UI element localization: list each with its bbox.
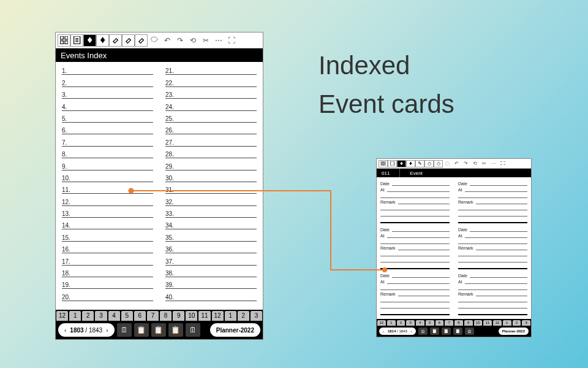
scissors-icon[interactable]: ✂ [480, 160, 489, 167]
index-row[interactable]: 11. [62, 182, 153, 194]
index-row[interactable]: 21. [165, 63, 257, 75]
more-icon[interactable]: ⋯ [489, 160, 498, 167]
fullscreen-icon[interactable]: ⛶ [225, 34, 238, 47]
index-row[interactable]: 37. [165, 253, 257, 265]
index-row[interactable]: 10. [62, 171, 153, 182]
index-row[interactable]: 19. [62, 277, 153, 289]
month-chip[interactable]: 4 [108, 311, 120, 321]
month-chip[interactable]: 3 [406, 320, 415, 326]
lasso-icon[interactable]: ◌ [443, 160, 452, 167]
month-chip[interactable]: 1 [225, 311, 236, 321]
index-row[interactable]: 22. [165, 75, 257, 86]
month-chip[interactable]: 4 [416, 320, 424, 326]
index-row[interactable]: 3. [62, 87, 153, 99]
index-row[interactable]: 5. [62, 111, 153, 123]
month-chip[interactable]: 7 [147, 311, 159, 321]
month-chip[interactable]: 1 [69, 311, 81, 321]
month-chip[interactable]: 3 [251, 311, 262, 321]
index-row[interactable]: 12. [62, 194, 153, 205]
index-row[interactable]: 8. [62, 147, 153, 158]
index-row[interactable]: 2. [62, 75, 153, 86]
page-icon[interactable] [70, 34, 83, 47]
month-chip[interactable]: 10 [186, 311, 197, 321]
index-row[interactable]: 9. [62, 158, 153, 170]
pen-icon[interactable] [406, 160, 415, 167]
index-row[interactable]: 38. [165, 266, 257, 277]
month-chip[interactable]: 6 [134, 311, 146, 321]
calendar-icon[interactable]: 🗓 [117, 323, 132, 337]
index-row[interactable]: 18. [62, 266, 153, 277]
month-chip[interactable]: 12 [493, 320, 502, 326]
lasso-icon[interactable] [148, 34, 160, 47]
pen-icon[interactable] [96, 34, 109, 47]
index-row[interactable]: 25. [165, 111, 257, 123]
month-chip[interactable]: 5 [426, 320, 434, 326]
next-icon[interactable]: › [411, 329, 412, 333]
index-row[interactable]: 23. [165, 87, 257, 99]
back-icon[interactable]: ⟲ [186, 34, 199, 47]
month-chip[interactable]: 2 [397, 320, 405, 326]
eraser-icon[interactable] [122, 34, 135, 47]
month-chip[interactable]: 12 [377, 320, 386, 326]
index-row[interactable]: 4. [62, 99, 153, 110]
index-row[interactable]: 17. [62, 253, 153, 265]
undo-icon[interactable]: ↶ [452, 160, 461, 167]
back-icon[interactable]: ⟲ [470, 160, 480, 167]
index-row[interactable]: 31. [165, 182, 257, 194]
month-chip[interactable]: 8 [454, 320, 463, 326]
eraser2-icon[interactable] [135, 34, 148, 47]
month-chip[interactable]: 12 [212, 311, 224, 321]
highlighter-icon[interactable] [109, 34, 122, 47]
month-chip[interactable]: 1 [503, 320, 511, 326]
undo-icon[interactable]: ↶ [160, 34, 173, 47]
month-chip[interactable]: 10 [474, 320, 483, 326]
clipboard2-icon[interactable]: 📋 [442, 328, 451, 335]
pager[interactable]: ‹ 1803 / 1843 › [58, 323, 115, 337]
month-chip[interactable]: 9 [173, 311, 184, 321]
month-chip[interactable]: 2 [238, 311, 249, 321]
index-row[interactable]: 39. [165, 277, 257, 289]
eraser2-icon[interactable]: ◇ [434, 160, 443, 167]
fullscreen-icon[interactable]: ⛶ [498, 160, 507, 167]
index-row[interactable]: 36. [165, 242, 257, 253]
clipboard3-icon[interactable]: 📋 [453, 328, 462, 335]
index-row[interactable]: 29. [165, 158, 257, 170]
month-chip[interactable]: 11 [198, 311, 210, 321]
index-row[interactable]: 6. [62, 123, 153, 134]
index-row[interactable]: 7. [62, 134, 153, 146]
next-icon[interactable]: › [106, 327, 108, 334]
more-icon[interactable]: ⋯ [212, 34, 225, 47]
planner-chip[interactable]: Planner-2022 [210, 323, 260, 337]
index-row[interactable]: 15. [62, 229, 153, 241]
redo-icon[interactable]: ↷ [173, 34, 186, 47]
calendar-icon[interactable]: 🗓 [418, 328, 428, 335]
pager[interactable]: ‹ 1814 / 1843 › [379, 328, 416, 335]
index-row[interactable]: 24. [165, 99, 257, 110]
index-row[interactable]: 16. [62, 242, 153, 253]
prev-icon[interactable]: ‹ [64, 327, 66, 334]
grid-view-icon[interactable] [58, 34, 70, 47]
index-row[interactable]: 20. [62, 289, 153, 301]
index-row[interactable]: 34. [165, 218, 257, 229]
month-chip[interactable]: 8 [160, 311, 172, 321]
grid-view-icon[interactable] [379, 160, 388, 167]
index-row[interactable]: 13. [62, 206, 153, 218]
index-row[interactable]: 26. [165, 123, 257, 134]
eraser-icon[interactable]: ◇ [424, 160, 434, 167]
pen-fill-icon[interactable] [397, 160, 406, 167]
page-icon[interactable] [388, 160, 397, 167]
month-chip[interactable]: 7 [445, 320, 453, 326]
index-row[interactable]: 28. [165, 147, 257, 158]
clipboard-icon[interactable]: 📋 [430, 328, 439, 335]
index-row[interactable]: 32. [165, 194, 257, 205]
month-chip[interactable]: 9 [464, 320, 473, 326]
index-row[interactable]: 30. [165, 171, 257, 182]
redo-icon[interactable]: ↷ [461, 160, 470, 167]
month-chip[interactable]: 3 [522, 320, 530, 326]
pen-fill-icon[interactable] [83, 34, 96, 47]
planner-chip[interactable]: Planner-2022 [499, 328, 529, 335]
index-row[interactable]: 40. [165, 289, 257, 301]
index-row[interactable]: 14. [62, 218, 153, 229]
clipboard3-icon[interactable]: 📋 [168, 323, 183, 337]
scissors-icon[interactable]: ✂ [199, 34, 212, 47]
